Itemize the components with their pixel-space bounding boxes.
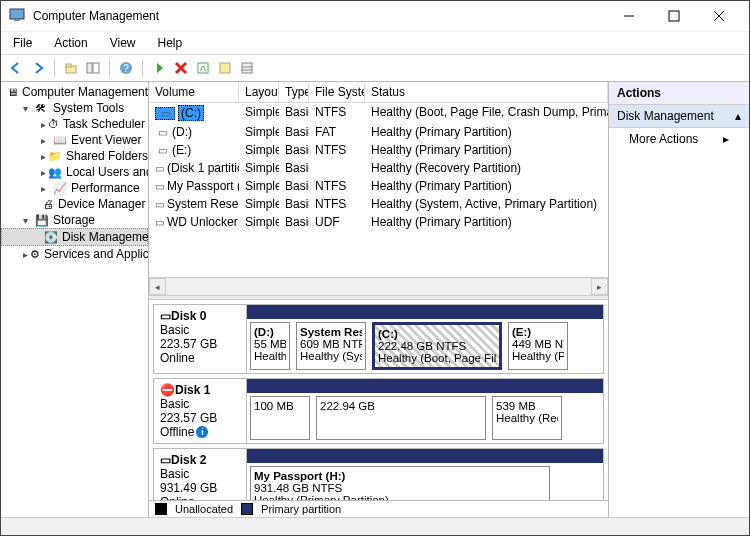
help-button[interactable]: ?	[117, 59, 135, 77]
partition-size: 931.48 GB NTFS	[254, 482, 546, 494]
column-status[interactable]: Status	[365, 82, 608, 102]
disk-row[interactable]: ▭Disk 0Basic223.57 GBOnline(D:)55 MB FHe…	[153, 304, 604, 374]
volume-row[interactable]: ▭(E:)SimpleBasicNTFSHealthy (Primary Par…	[149, 141, 608, 159]
partition-slot[interactable]: (C:)222.48 GB NTFSHealthy (Boot, Page Fi…	[372, 322, 502, 370]
chevron-right-icon[interactable]: ▸	[41, 119, 46, 130]
list-view-button[interactable]	[238, 59, 256, 77]
tree-event-viewer[interactable]: ▸📖Event Viewer	[1, 132, 148, 148]
disk-row[interactable]: ⛔Disk 1Basic223.57 GBOffline i100 MB222.…	[153, 378, 604, 444]
properties-button[interactable]	[194, 59, 212, 77]
partition-slot[interactable]: 100 MB	[250, 396, 310, 440]
back-button[interactable]	[7, 59, 25, 77]
partition-slot[interactable]: 539 MBHealthy (Recovery	[492, 396, 562, 440]
volume-status: Healthy (Recovery Partition)	[365, 159, 608, 177]
disk-row[interactable]: ▭Disk 2Basic931.49 GBOnlineMy Passport (…	[153, 448, 604, 500]
tree-services[interactable]: ▸⚙Services and Applications	[1, 246, 148, 262]
volume-row[interactable]: ▭My Passport (H:)SimpleBasicNTFSHealthy …	[149, 177, 608, 195]
actions-more[interactable]: More Actions ▸	[609, 128, 749, 150]
legend-unallocated-swatch	[155, 503, 167, 515]
chevron-down-icon[interactable]: ▾	[23, 215, 33, 226]
svg-rect-9	[93, 63, 99, 73]
scroll-left-button[interactable]: ◂	[149, 278, 166, 295]
tree-system-tools[interactable]: ▾🛠System Tools	[1, 100, 148, 116]
menu-file[interactable]: File	[9, 34, 36, 52]
navigation-tree[interactable]: 🖥Computer Management (Local) ▾🛠System To…	[1, 82, 149, 517]
tree-shared-folders[interactable]: ▸📁Shared Folders	[1, 148, 148, 164]
volume-type: Basic	[279, 177, 309, 195]
column-type[interactable]: Type	[279, 82, 309, 102]
volume-list-header[interactable]: Volume Layout Type File System Status	[149, 82, 608, 103]
chevron-right-icon: ▸	[723, 132, 729, 146]
volume-row[interactable]: ▭WD Unlocker (G:)SimpleBasicUDFHealthy (…	[149, 213, 608, 231]
volume-row[interactable]: ▭System ReservedSimpleBasicNTFSHealthy (…	[149, 195, 608, 213]
volume-fs: NTFS	[309, 177, 365, 195]
menu-action[interactable]: Action	[50, 34, 91, 52]
up-button[interactable]	[62, 59, 80, 77]
partition-slot[interactable]: (E:)449 MB NTFSHealthy (Prim	[508, 322, 568, 370]
volume-row[interactable]: ▭(C:)SimpleBasicNTFSHealthy (Boot, Page …	[149, 103, 608, 123]
volume-row[interactable]: ▭(Disk 1 partition 3)SimpleBasicHealthy …	[149, 159, 608, 177]
drive-icon: ▭	[155, 145, 169, 156]
menu-help[interactable]: Help	[154, 34, 187, 52]
chevron-right-icon[interactable]: ▸	[41, 167, 46, 178]
chevron-right-icon[interactable]: ▸	[41, 151, 46, 162]
disk-type: Basic	[160, 467, 240, 481]
toolbar: ?	[1, 54, 749, 82]
column-layout[interactable]: Layout	[239, 82, 279, 102]
chevron-up-icon: ▴	[735, 109, 741, 123]
volume-fs: NTFS	[309, 195, 365, 213]
refresh-button[interactable]	[150, 59, 168, 77]
show-hide-button[interactable]	[84, 59, 102, 77]
partition-size: 222.48 GB NTFS	[378, 340, 496, 352]
info-icon[interactable]: i	[196, 426, 208, 438]
users-icon: 👥	[48, 166, 62, 179]
partition-slot[interactable]: System Reser609 MB NTFSHealthy (Syste	[296, 322, 366, 370]
volume-fs: NTFS	[309, 141, 365, 159]
partition-slot[interactable]: (D:)55 MB FHealthy	[250, 322, 290, 370]
window-title: Computer Management	[33, 9, 606, 23]
chevron-down-icon[interactable]: ▾	[23, 103, 33, 114]
disk-info: ⛔Disk 1Basic223.57 GBOffline i	[154, 379, 247, 443]
volume-list[interactable]: Volume Layout Type File System Status ▭(…	[149, 82, 608, 295]
volume-list-scrollbar[interactable]: ◂ ▸	[149, 277, 608, 295]
actions-section[interactable]: Disk Management ▴	[609, 105, 749, 128]
legend-unallocated-label: Unallocated	[175, 503, 233, 515]
column-volume[interactable]: Volume	[149, 82, 239, 102]
chevron-right-icon[interactable]: ▸	[41, 135, 51, 146]
volume-name: WD Unlocker (G:)	[167, 215, 239, 229]
partition-slot[interactable]: 222.94 GB	[316, 396, 486, 440]
tree-disk-management[interactable]: 💽Disk Management	[1, 228, 148, 246]
tree-root[interactable]: 🖥Computer Management (Local)	[1, 84, 148, 100]
volume-fs: UDF	[309, 213, 365, 231]
partition-slot[interactable]: My Passport (H:)931.48 GB NTFSHealthy (P…	[250, 466, 550, 500]
settings-button[interactable]	[216, 59, 234, 77]
menu-bar: File Action View Help	[1, 31, 749, 54]
menu-view[interactable]: View	[106, 34, 140, 52]
legend-primary-swatch	[241, 503, 253, 515]
svg-rect-7	[66, 64, 71, 67]
tree-scrollbar[interactable]	[1, 517, 749, 535]
partition-status: Healthy (Boot, Page File, Crash	[378, 352, 496, 364]
minimize-button[interactable]	[606, 1, 651, 31]
tree-local-users[interactable]: ▸👥Local Users and Groups	[1, 164, 148, 180]
forward-button[interactable]	[29, 59, 47, 77]
chevron-right-icon[interactable]: ▸	[23, 249, 28, 260]
tree-device-manager[interactable]: 🖨Device Manager	[1, 196, 148, 212]
volume-status: Healthy (Primary Partition)	[365, 213, 608, 231]
scroll-right-button[interactable]: ▸	[591, 278, 608, 295]
tree-task-scheduler[interactable]: ▸⏱Task Scheduler	[1, 116, 148, 132]
disk-icon: ▭	[160, 309, 171, 323]
actions-header: Actions	[609, 82, 749, 105]
tree-performance[interactable]: ▸📈Performance	[1, 180, 148, 196]
device-icon: 🖨	[43, 198, 54, 210]
column-filesystem[interactable]: File System	[309, 82, 365, 102]
maximize-button[interactable]	[651, 1, 696, 31]
chevron-right-icon[interactable]: ▸	[41, 183, 51, 194]
delete-button[interactable]	[172, 59, 190, 77]
drive-icon: ▭	[155, 217, 164, 228]
partition-status: Healthy (Recovery	[496, 412, 558, 424]
close-button[interactable]	[696, 1, 741, 31]
volume-row[interactable]: ▭(D:)SimpleBasicFATHealthy (Primary Part…	[149, 123, 608, 141]
partition-size: 55 MB F	[254, 338, 286, 350]
tree-storage[interactable]: ▾💾Storage	[1, 212, 148, 228]
